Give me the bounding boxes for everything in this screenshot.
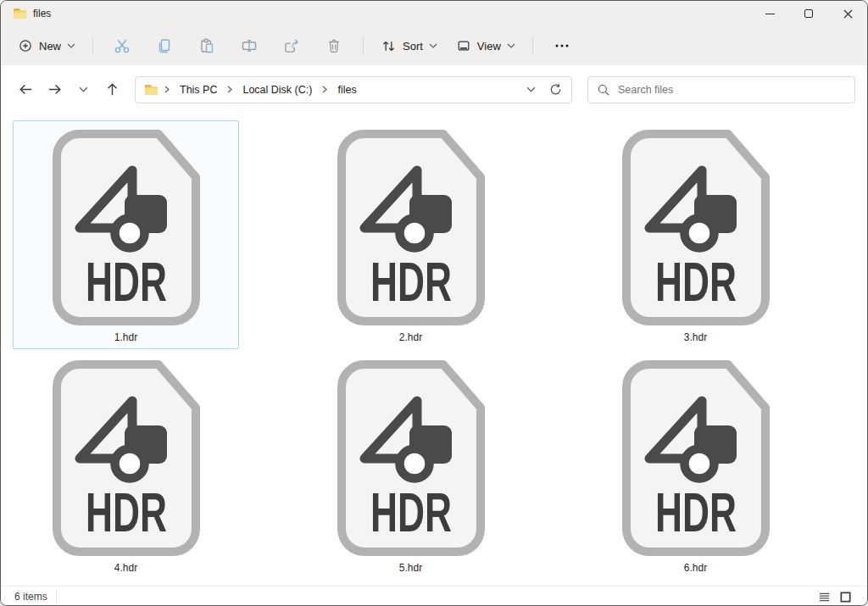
sort-button-label: Sort	[403, 40, 423, 53]
close-button[interactable]	[828, 1, 867, 26]
new-button-label: New	[39, 40, 61, 53]
maximize-button[interactable]	[789, 1, 828, 26]
file-tile-5[interactable]: HDR 5.hdr	[298, 351, 524, 580]
more-options-button[interactable]	[543, 31, 581, 60]
refresh-button[interactable]	[544, 80, 566, 100]
folder-icon	[144, 84, 159, 96]
back-button[interactable]	[13, 77, 38, 103]
sort-button[interactable]: Sort	[374, 33, 444, 59]
toolbar-separator	[92, 36, 93, 55]
copy-button[interactable]	[146, 31, 183, 60]
cut-button[interactable]	[103, 31, 141, 60]
address-bar[interactable]: This PC Local Disk (C:) files	[135, 76, 572, 103]
hdr-file-icon: HDR	[52, 129, 201, 326]
minimize-button[interactable]	[750, 1, 789, 26]
details-view-icon	[818, 591, 831, 603]
chevron-down-icon	[507, 43, 515, 48]
refresh-icon	[548, 82, 563, 97]
chevron-right-icon	[320, 86, 330, 93]
breadcrumb-item-files[interactable]: files	[331, 81, 362, 99]
file-list-area: HDR 1.hdr HDR 2.hdr HDR 3.hdr	[1, 114, 867, 586]
svg-text:HDR: HDR	[655, 481, 737, 543]
rename-button[interactable]	[231, 31, 268, 60]
file-name: 2.hdr	[399, 331, 422, 343]
ellipsis-icon	[554, 37, 570, 54]
minimize-icon	[765, 14, 775, 14]
chevron-down-icon	[67, 43, 75, 48]
delete-button[interactable]	[315, 31, 353, 60]
arrow-up-icon	[104, 81, 120, 97]
cut-icon	[114, 37, 131, 54]
recent-locations-button[interactable]	[70, 77, 96, 103]
plus-circle-icon	[18, 38, 33, 53]
sort-icon	[381, 38, 397, 54]
share-icon	[283, 37, 300, 54]
search-box	[587, 76, 855, 103]
hdr-file-icon: HDR	[337, 129, 486, 326]
item-count: 6 items	[9, 591, 53, 603]
arrow-right-icon	[47, 81, 63, 97]
new-button[interactable]: New	[11, 33, 82, 58]
address-dropdown-button[interactable]	[520, 80, 541, 100]
trash-icon	[326, 37, 342, 54]
breadcrumb-item-this-pc[interactable]: This PC	[174, 81, 223, 99]
statusbar-separator	[56, 591, 57, 603]
file-explorer-window: files New	[0, 0, 868, 606]
svg-text:HDR: HDR	[370, 251, 452, 313]
paste-button[interactable]	[188, 31, 225, 60]
file-name: 1.hdr	[114, 331, 137, 343]
file-tile-6[interactable]: HDR 6.hdr	[582, 351, 809, 580]
navigation-bar: This PC Local Disk (C:) files	[1, 65, 867, 114]
file-name: 3.hdr	[684, 331, 707, 343]
search-input[interactable]	[618, 84, 846, 96]
file-name: 4.hdr	[114, 562, 137, 574]
command-bar: New	[1, 26, 867, 65]
breadcrumb-item-local-disk[interactable]: Local Disk (C:)	[236, 81, 318, 99]
view-button[interactable]: View	[449, 33, 522, 58]
status-bar: 6 items	[1, 586, 867, 606]
file-tile-2[interactable]: HDR 2.hdr	[298, 120, 524, 349]
large-icons-view-icon	[839, 591, 852, 603]
toolbar-separator	[363, 36, 364, 55]
file-name: 6.hdr	[684, 562, 707, 574]
breadcrumb: This PC Local Disk (C:) files	[162, 81, 520, 99]
file-tile-3[interactable]: HDR 3.hdr	[582, 120, 809, 349]
up-button[interactable]	[99, 77, 125, 103]
share-button[interactable]	[273, 31, 310, 60]
file-tile-4[interactable]: HDR 4.hdr	[13, 351, 239, 580]
svg-text:HDR: HDR	[655, 251, 737, 313]
toolbar-separator	[532, 36, 533, 55]
title-bar: files	[1, 1, 867, 26]
file-grid: HDR 1.hdr HDR 2.hdr HDR 3.hdr	[13, 120, 867, 580]
svg-text:HDR: HDR	[86, 481, 167, 543]
details-view-button[interactable]	[818, 591, 831, 603]
view-button-label: View	[477, 40, 501, 53]
close-icon	[843, 9, 853, 19]
hdr-file-icon: HDR	[621, 129, 771, 326]
chevron-down-icon	[526, 86, 536, 92]
file-tile-1[interactable]: HDR 1.hdr	[13, 120, 239, 349]
window-title: files	[33, 8, 51, 19]
chevron-right-icon	[162, 86, 172, 93]
large-icons-view-button[interactable]	[839, 591, 852, 603]
hdr-file-icon: HDR	[337, 359, 486, 557]
paste-icon	[198, 37, 215, 54]
forward-button[interactable]	[42, 77, 67, 103]
file-name: 5.hdr	[399, 562, 422, 574]
chevron-right-icon	[225, 86, 235, 93]
folder-icon	[13, 8, 27, 19]
maximize-icon	[804, 9, 813, 18]
hdr-file-icon: HDR	[52, 359, 201, 557]
arrow-left-icon	[18, 81, 34, 97]
hdr-file-icon: HDR	[621, 359, 771, 557]
svg-text:HDR: HDR	[86, 251, 167, 313]
chevron-down-icon	[79, 86, 88, 92]
search-icon	[597, 83, 610, 97]
rename-icon	[241, 37, 258, 54]
svg-text:HDR: HDR	[370, 481, 452, 543]
copy-icon	[156, 37, 173, 54]
view-icon	[456, 38, 471, 53]
chevron-down-icon	[429, 43, 437, 48]
